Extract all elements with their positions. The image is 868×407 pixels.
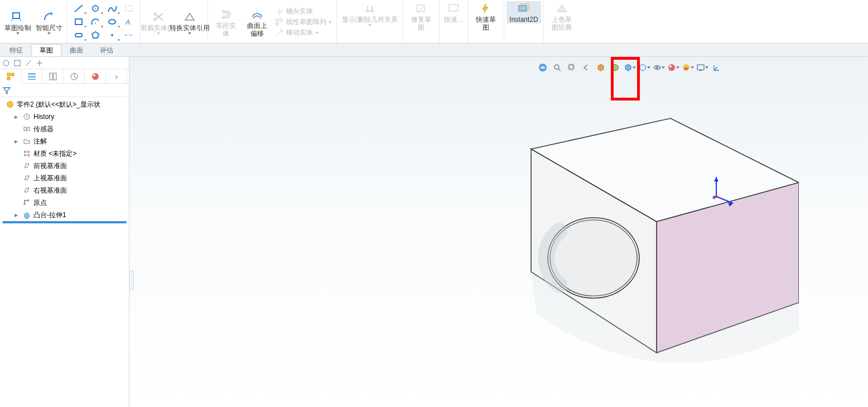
rollback-bar[interactable]	[2, 221, 127, 223]
svg-point-5	[109, 20, 115, 24]
smart-dimension-icon	[41, 11, 57, 23]
eye-visibility-button[interactable]	[653, 61, 665, 74]
offset-entities-button[interactable]: 等距实 体	[210, 7, 242, 37]
panel-tab-feature-tree[interactable]	[0, 69, 21, 84]
zoom-area-button[interactable]	[566, 61, 578, 74]
svg-rect-11	[276, 19, 278, 21]
panel-tab-more[interactable]: ›	[106, 69, 127, 84]
svg-point-40	[668, 64, 675, 71]
tree-annotations[interactable]: ▸注解	[0, 135, 129, 147]
svg-rect-32	[27, 151, 30, 153]
circle-tool[interactable]	[88, 2, 103, 15]
apply-scene-button[interactable]	[682, 61, 694, 74]
graphics-viewport[interactable]: ✶	[129, 57, 868, 407]
display-relations-button[interactable]: 显示/删除几何关系	[339, 1, 401, 26]
repair-sketch-button[interactable]: 修复草 图	[406, 1, 437, 31]
tab-sketch[interactable]: 草图	[31, 44, 61, 56]
panel-tab-config[interactable]	[42, 69, 64, 84]
hide-show-button[interactable]	[638, 61, 650, 74]
rapid-sketch-button[interactable]: 快速草 图	[470, 1, 501, 31]
tree-item-label: 传感器	[33, 125, 54, 134]
panel-quick-1[interactable]	[1, 58, 11, 68]
ribbon-group-quick: 快速...	[440, 0, 468, 43]
tab-evaluate[interactable]: 评估	[91, 44, 122, 56]
text-tool[interactable]: A	[121, 16, 137, 28]
svg-rect-20	[28, 73, 36, 75]
convert-icon	[182, 11, 197, 23]
sketch-draw-button[interactable]: 草图绘制	[2, 9, 33, 35]
tree-right-plane[interactable]: 右视基准面	[0, 184, 129, 197]
spline-tool[interactable]	[104, 2, 120, 15]
panel-tab-strip: ›	[0, 69, 129, 84]
previous-view-button[interactable]	[580, 61, 592, 74]
offset-label: 等距实 体	[216, 22, 236, 37]
zoom-fit-button[interactable]	[551, 61, 563, 74]
ribbon-subcol-transform: 镜向实体 线性草图阵列 移动实体	[273, 6, 334, 39]
ribbon-group-relations: 显示/删除几何关系	[337, 0, 403, 43]
view-triad-button[interactable]	[711, 61, 723, 74]
panel-quick-4[interactable]	[35, 58, 45, 68]
folder-icon	[22, 137, 31, 146]
tree-extrude1[interactable]: ▸凸台-拉伸1	[0, 209, 129, 221]
panel-tab-property[interactable]	[21, 69, 42, 84]
tree-sensors[interactable]: 传感器	[0, 123, 129, 135]
tree-origin[interactable]: 原点	[0, 197, 129, 209]
panel-tab-dim[interactable]	[64, 69, 85, 84]
view-orientation-cube[interactable]	[609, 61, 621, 74]
tree-history[interactable]: ▸History	[0, 111, 129, 123]
tree-front-plane[interactable]: 前视基准面	[0, 160, 129, 172]
expand-icon: ▸	[15, 113, 20, 121]
offset-icon	[218, 8, 234, 21]
svg-rect-15	[449, 4, 458, 11]
point-tool[interactable]	[104, 29, 120, 41]
instant2d-button[interactable]: Instant2D	[507, 1, 541, 23]
rectangle-tool[interactable]	[71, 16, 86, 28]
extrude-icon	[22, 210, 31, 219]
tab-surface[interactable]: 曲面	[61, 44, 91, 56]
tree-top-plane[interactable]: 上视基准面	[0, 172, 129, 184]
panel-collapse-handle[interactable]	[129, 271, 134, 290]
model-3d-block: ✶	[375, 90, 799, 403]
origin-icon	[22, 198, 31, 207]
filter-icon[interactable]	[2, 86, 11, 95]
surface-offset-icon	[249, 8, 265, 21]
material-icon	[22, 149, 31, 158]
ribbon-toolbar: 草图绘制 智能尺寸 A	[0, 0, 868, 44]
tree-root-label: 零件2 (默认<<默认>_显示状	[17, 100, 100, 109]
centerline-tool[interactable]	[121, 29, 137, 41]
convert-entities-button[interactable]: 转换实体引用	[174, 9, 205, 35]
ribbon-group-modify: 剪裁实体(T) 转换实体引用	[141, 0, 208, 43]
main-area: › 零件2 (默认<<默认>_显示状 ▸History 传感器 ▸注解 材质 <…	[0, 57, 868, 407]
caret-icon	[47, 32, 51, 35]
edit-appearance-button[interactable]	[667, 61, 679, 74]
arc-tool[interactable]	[88, 16, 103, 28]
mirror-entities-button[interactable]: 镜向实体	[275, 7, 332, 16]
slot-tool[interactable]	[71, 29, 86, 41]
polygon-tool[interactable]	[88, 29, 103, 41]
svg-rect-2	[126, 6, 132, 11]
view-orientation-button[interactable]	[537, 61, 549, 74]
svg-point-30	[26, 128, 28, 130]
line-tool[interactable]	[71, 2, 86, 15]
move-entities-button[interactable]: 移动实体	[275, 28, 332, 37]
rectangle-ref-tool[interactable]	[121, 2, 137, 15]
tab-features[interactable]: 特征	[1, 44, 31, 56]
smart-dimension-button[interactable]: 智能尺寸	[33, 9, 65, 35]
view-settings-button[interactable]	[696, 61, 708, 74]
panel-quick-3[interactable]	[23, 58, 33, 68]
quick-button[interactable]: 快速...	[442, 1, 465, 23]
ribbon-group-repair: 修复草 图	[403, 0, 440, 43]
panel-quick-2[interactable]	[12, 58, 22, 68]
section-view-button[interactable]	[595, 61, 607, 74]
svg-point-41	[669, 65, 672, 68]
tree-root[interactable]: 零件2 (默认<<默认>_显示状	[0, 98, 129, 111]
panel-tab-appearance[interactable]	[85, 69, 106, 84]
ellipse-tool[interactable]	[104, 16, 120, 28]
linear-pattern-button[interactable]: 线性草图阵列	[275, 17, 332, 27]
svg-point-26	[92, 73, 99, 80]
tree-material[interactable]: 材质 <未指定>	[0, 147, 129, 160]
surface-offset-button[interactable]: 曲面上 偏移	[242, 7, 273, 37]
shade-sketch-button[interactable]: 上色草 图轮廓	[546, 1, 577, 31]
display-style-button[interactable]	[624, 61, 636, 74]
mirror-icon	[275, 7, 284, 16]
